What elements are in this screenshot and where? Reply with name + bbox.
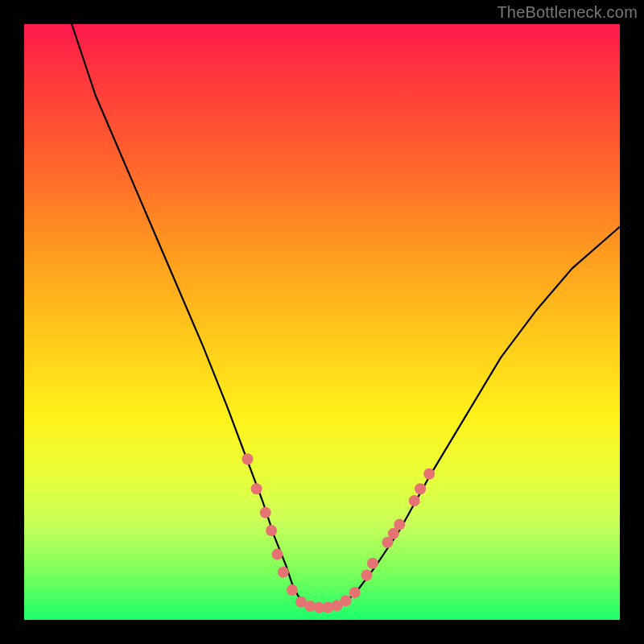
curve-marker xyxy=(423,469,435,480)
curve-marker xyxy=(415,483,426,494)
marker-group xyxy=(242,453,436,613)
curve-marker xyxy=(394,519,405,530)
curve-marker xyxy=(341,595,352,606)
curve-marker xyxy=(287,584,298,596)
plot-area xyxy=(24,24,620,620)
curve-marker xyxy=(272,549,283,560)
curve-marker xyxy=(409,495,420,506)
curve-marker xyxy=(367,558,378,569)
curve-marker xyxy=(266,525,277,536)
watermark-text: TheBottleneck.com xyxy=(497,3,638,22)
chart-frame: TheBottleneck.com xyxy=(0,0,644,644)
curve-marker xyxy=(260,507,271,518)
curve-marker xyxy=(251,483,262,494)
curve-marker xyxy=(361,570,373,581)
bottleneck-curve xyxy=(72,24,620,608)
curve-marker xyxy=(242,453,254,464)
curve-marker xyxy=(278,567,289,578)
curve-svg xyxy=(24,24,620,620)
curve-marker xyxy=(349,587,361,598)
